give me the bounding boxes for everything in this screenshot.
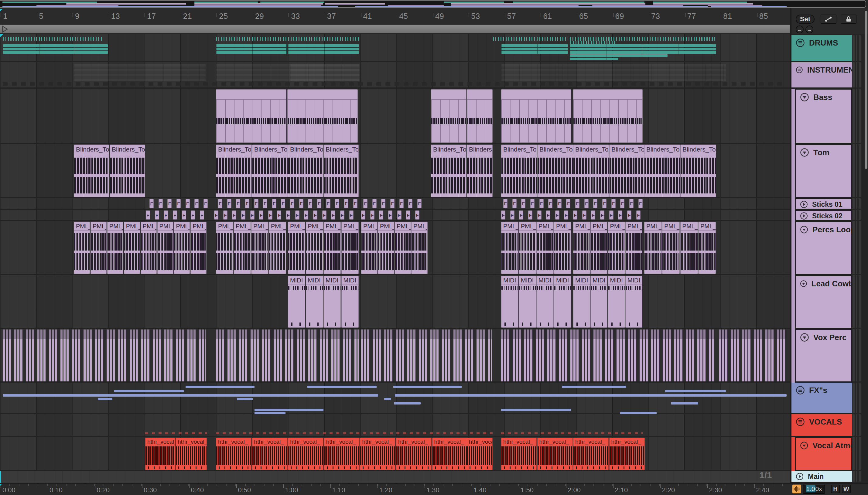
- clip-drums-lane[interactable]: [570, 44, 716, 47]
- clip-bass[interactable]: [287, 89, 358, 143]
- clip-percs[interactable]: PML_: [680, 222, 698, 274]
- clip-vocalatmo[interactable]: hthr_vocal_: [145, 438, 175, 470]
- clip-voxperc[interactable]: [216, 329, 359, 381]
- clip-drums-ticks[interactable]: [3, 37, 103, 41]
- clip-sticks02[interactable]: F: [361, 210, 365, 220]
- loop-start-marker[interactable]: [0, 9, 2, 12]
- clip-tom[interactable]: Blinders_To: [431, 144, 466, 197]
- fold-right-icon[interactable]: [800, 212, 808, 220]
- fold-down-icon[interactable]: [800, 148, 809, 157]
- clip-tom[interactable]: Blinders_To: [680, 144, 716, 197]
- clip-sticks02[interactable]: F: [406, 210, 410, 220]
- clip-sticks01[interactable]: F: [344, 199, 348, 208]
- clip-sticks01[interactable]: F: [548, 199, 552, 208]
- nav-forward-button[interactable]: →: [805, 25, 813, 33]
- clip-fx[interactable]: [620, 412, 657, 414]
- clip-sticks02[interactable]: F: [537, 210, 542, 220]
- clip-fx[interactable]: [393, 386, 462, 388]
- clip-sticks02[interactable]: F: [618, 210, 622, 220]
- clip-cowbell[interactable]: MIDI: [573, 276, 590, 328]
- clip-sticks02[interactable]: F: [388, 210, 392, 220]
- clip-sticks02[interactable]: F: [510, 210, 514, 220]
- clip-bass[interactable]: [501, 89, 571, 143]
- clip-vocalatmo[interactable]: hthr_vocal_: [324, 438, 360, 470]
- clip-fx[interactable]: [114, 390, 184, 392]
- track-header-bass[interactable]: Bass: [795, 89, 852, 144]
- clip-sticks02[interactable]: F: [268, 210, 272, 220]
- clip-vocalatmo[interactable]: hthr_vocal_: [360, 438, 395, 470]
- clip-sticks02[interactable]: F: [322, 210, 326, 220]
- clip-vocalatmo[interactable]: hthr_vocal_: [537, 438, 573, 470]
- clip-sticks01[interactable]: F: [512, 199, 516, 208]
- clip-percs[interactable]: PML_: [234, 222, 251, 274]
- clip-fx[interactable]: [255, 409, 323, 411]
- clip-drums-lane[interactable]: [501, 44, 568, 47]
- clip-sticks01[interactable]: F: [417, 199, 422, 208]
- clip-sticks02[interactable]: F: [173, 210, 177, 220]
- group-circle-icon[interactable]: [796, 417, 805, 426]
- clip-sticks01[interactable]: F: [317, 199, 321, 208]
- clip-sticks01[interactable]: F: [176, 199, 181, 208]
- clip-vocalatmo[interactable]: hthr_vocal_: [573, 438, 609, 470]
- clip-sticks02[interactable]: F: [636, 210, 641, 220]
- clip-fx[interactable]: [255, 412, 286, 414]
- time-ruler[interactable]: 0:000:100:200:300:400:501:001:101:201:30…: [0, 483, 868, 495]
- track-header-cowbell[interactable]: Lead Cowbell: [795, 275, 852, 329]
- clip-sticks02[interactable]: F: [331, 210, 335, 220]
- clip-bass[interactable]: [467, 89, 493, 143]
- clip-sticks01[interactable]: F: [602, 199, 607, 208]
- playback-speed-field[interactable]: 1.00x: [803, 485, 825, 494]
- clip-voxperc[interactable]: [361, 329, 492, 381]
- clip-sticks02[interactable]: F: [146, 210, 150, 220]
- clip-vocalatmo[interactable]: hthr_vocal_: [609, 438, 645, 470]
- clip-tom[interactable]: Blinders_To: [288, 144, 323, 197]
- clip-drums-lane[interactable]: [288, 48, 359, 50]
- group-circle-icon[interactable]: [796, 65, 803, 74]
- clip-cowbell[interactable]: MIDI: [323, 276, 341, 328]
- clip-voxperc[interactable]: [501, 329, 715, 381]
- clip-sticks02[interactable]: F: [340, 210, 344, 220]
- clip-percs[interactable]: PML_: [537, 222, 554, 274]
- clip-sticks01[interactable]: F: [299, 199, 303, 208]
- clip-fx[interactable]: [186, 386, 255, 388]
- clip-percs[interactable]: PML_: [625, 222, 642, 274]
- fold-down-icon[interactable]: [800, 92, 809, 102]
- clip-sticks02[interactable]: F: [200, 210, 204, 220]
- clip-sticks01[interactable]: F: [326, 199, 330, 208]
- clip-vocalatmo[interactable]: hthr_vocal_: [288, 438, 323, 470]
- clip-sticks01[interactable]: F: [272, 199, 276, 208]
- clip-percs[interactable]: PML_: [157, 222, 173, 274]
- clip-drums-lane[interactable]: [216, 44, 286, 47]
- clip-tom[interactable]: Blinders_To: [573, 144, 609, 197]
- clip-percs[interactable]: PML_: [288, 222, 305, 274]
- clip-drums-lane[interactable]: [570, 58, 618, 60]
- clip-vocalatmo[interactable]: hthr_vocal_: [252, 438, 288, 470]
- clip-cowbell[interactable]: MIDI: [306, 276, 323, 328]
- clip-sticks02[interactable]: F: [223, 210, 227, 220]
- clip-percs[interactable]: PML_: [174, 222, 190, 274]
- track-header-instruments[interactable]: INSTRUMENTS: [792, 62, 852, 89]
- clip-cowbell[interactable]: MIDI: [608, 276, 625, 328]
- clip-sticks01[interactable]: F: [290, 199, 294, 208]
- clip-tom[interactable]: Blinders_To: [216, 144, 252, 197]
- clip-sticks01[interactable]: F: [218, 199, 222, 208]
- clip-sticks02[interactable]: F: [182, 210, 186, 220]
- clip-sticks01[interactable]: F: [575, 199, 579, 208]
- clip-tom[interactable]: Blinders_To: [644, 144, 680, 197]
- track-header-vocals[interactable]: VOCALS: [792, 414, 852, 437]
- clip-tom[interactable]: Blinders_To: [501, 144, 537, 197]
- clip-fx[interactable]: [237, 398, 253, 400]
- clip-sticks02[interactable]: F: [528, 210, 532, 220]
- track-header-tom[interactable]: Tom: [795, 144, 852, 198]
- clip-bass[interactable]: [573, 89, 643, 143]
- clip-sticks01[interactable]: F: [530, 199, 534, 208]
- clip-drums-ticks[interactable]: [493, 37, 568, 41]
- clip-fx[interactable]: [395, 394, 787, 397]
- clip-sticks01[interactable]: F: [557, 199, 562, 208]
- clip-sticks01[interactable]: F: [539, 199, 544, 208]
- clip-sticks02[interactable]: F: [250, 210, 255, 220]
- clip-sticks01[interactable]: F: [639, 199, 643, 208]
- clip-sticks02[interactable]: F: [379, 210, 383, 220]
- clip-fx[interactable]: [501, 409, 571, 411]
- clip-bass[interactable]: [431, 89, 466, 143]
